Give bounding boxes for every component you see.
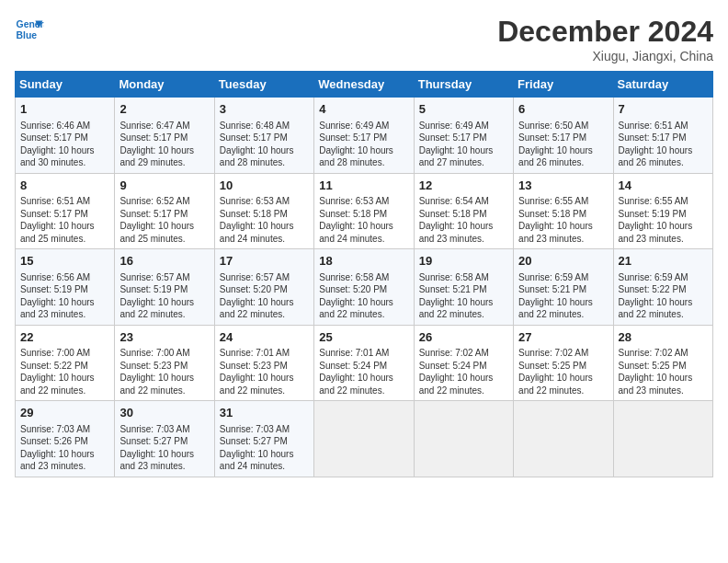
day-info-line: Sunrise: 6:46 AM	[20, 120, 109, 132]
table-row: 13Sunrise: 6:55 AMSunset: 5:18 PMDayligh…	[514, 173, 613, 249]
day-number: 21	[619, 253, 708, 270]
day-info-line: Sunrise: 7:02 AM	[619, 347, 708, 360]
day-info-line: Daylight: 10 hours and 24 minutes.	[220, 448, 309, 473]
table-row: 21Sunrise: 6:59 AMSunset: 5:22 PMDayligh…	[613, 249, 712, 326]
day-info-line: Daylight: 10 hours and 22 minutes.	[419, 372, 508, 396]
col-friday: Friday	[514, 72, 613, 98]
day-info-line: Daylight: 10 hours and 23 minutes.	[20, 296, 109, 321]
day-info-line: Sunrise: 7:00 AM	[119, 347, 209, 360]
day-info-line: Daylight: 10 hours and 22 minutes.	[119, 372, 209, 396]
table-row	[514, 401, 613, 477]
table-row: 3Sunrise: 6:48 AMSunset: 5:17 PMDaylight…	[214, 98, 313, 174]
day-info-line: Sunset: 5:27 PM	[119, 435, 209, 448]
day-info-line: Daylight: 10 hours and 22 minutes.	[20, 372, 109, 396]
day-info-line: Daylight: 10 hours and 29 minutes.	[119, 144, 209, 169]
day-info-line: Sunset: 5:19 PM	[119, 283, 209, 296]
day-info-line: Daylight: 10 hours and 23 minutes.	[119, 448, 209, 473]
day-info-line: Sunrise: 7:03 AM	[20, 423, 109, 436]
col-sunday: Sunday	[16, 72, 115, 98]
calendar-week-row: 1Sunrise: 6:46 AMSunset: 5:17 PMDaylight…	[16, 98, 713, 174]
day-info-line: Sunrise: 6:57 AM	[220, 271, 309, 284]
day-info-line: Sunrise: 6:57 AM	[119, 271, 209, 284]
month-title: December 2024	[497, 15, 713, 49]
table-row: 28Sunrise: 7:02 AMSunset: 5:25 PMDayligh…	[613, 325, 712, 401]
day-info-line: Sunset: 5:22 PM	[619, 283, 708, 296]
table-row: 30Sunrise: 7:03 AMSunset: 5:27 PMDayligh…	[115, 401, 214, 477]
day-info-line: Sunset: 5:19 PM	[619, 208, 708, 221]
day-number: 12	[419, 178, 508, 194]
day-info-line: Sunrise: 6:47 AM	[119, 120, 209, 132]
day-info-line: Sunset: 5:18 PM	[220, 208, 309, 221]
day-number: 3	[220, 101, 309, 118]
day-number: 26	[419, 329, 508, 346]
day-number: 17	[220, 253, 309, 270]
day-info-line: Sunset: 5:17 PM	[119, 132, 209, 144]
day-number: 16	[119, 253, 209, 270]
day-info-line: Sunset: 5:24 PM	[419, 360, 508, 373]
day-number: 28	[619, 329, 708, 346]
day-number: 29	[20, 405, 109, 421]
day-number: 20	[518, 253, 608, 270]
day-info-line: Sunset: 5:17 PM	[220, 132, 309, 144]
table-row: 23Sunrise: 7:00 AMSunset: 5:23 PMDayligh…	[115, 325, 214, 401]
col-monday: Monday	[115, 72, 214, 98]
calendar-body: 1Sunrise: 6:46 AMSunset: 5:17 PMDaylight…	[16, 98, 713, 477]
day-info-line: Daylight: 10 hours and 22 minutes.	[220, 296, 309, 321]
day-info-line: Sunrise: 6:49 AM	[319, 120, 408, 132]
day-info-line: Sunrise: 6:58 AM	[419, 271, 508, 284]
day-info-line: Sunset: 5:20 PM	[220, 283, 309, 296]
day-info-line: Daylight: 10 hours and 25 minutes.	[119, 220, 209, 245]
day-info-line: Sunrise: 6:55 AM	[619, 195, 708, 208]
calendar-header-row: Sunday Monday Tuesday Wednesday Thursday…	[16, 72, 713, 98]
table-row: 12Sunrise: 6:54 AMSunset: 5:18 PMDayligh…	[414, 173, 513, 249]
logo: General Blue	[15, 15, 44, 44]
day-number: 13	[518, 178, 608, 194]
table-row: 27Sunrise: 7:02 AMSunset: 5:25 PMDayligh…	[514, 325, 613, 401]
day-info-line: Sunrise: 6:58 AM	[319, 271, 408, 284]
location-subtitle: Xiugu, Jiangxi, China	[497, 49, 713, 63]
col-tuesday: Tuesday	[214, 72, 313, 98]
logo-icon: General Blue	[15, 15, 44, 44]
table-row: 2Sunrise: 6:47 AMSunset: 5:17 PMDaylight…	[115, 98, 214, 174]
day-number: 18	[319, 253, 408, 270]
day-info-line: Sunrise: 6:52 AM	[119, 195, 209, 208]
day-info-line: Sunrise: 6:56 AM	[20, 271, 109, 284]
day-info-line: Daylight: 10 hours and 25 minutes.	[20, 220, 109, 245]
day-info-line: Sunrise: 6:55 AM	[518, 195, 608, 208]
day-info-line: Sunset: 5:17 PM	[419, 132, 508, 144]
day-info-line: Sunset: 5:17 PM	[20, 208, 109, 221]
day-number: 27	[518, 329, 608, 346]
table-row: 16Sunrise: 6:57 AMSunset: 5:19 PMDayligh…	[115, 249, 214, 326]
day-info-line: Sunset: 5:17 PM	[20, 132, 109, 144]
day-info-line: Sunset: 5:21 PM	[518, 283, 608, 296]
day-info-line: Daylight: 10 hours and 22 minutes.	[518, 296, 608, 321]
table-row: 24Sunrise: 7:01 AMSunset: 5:23 PMDayligh…	[214, 325, 313, 401]
day-info-line: Daylight: 10 hours and 23 minutes.	[419, 220, 508, 245]
day-info-line: Daylight: 10 hours and 28 minutes.	[319, 144, 408, 169]
table-row: 10Sunrise: 6:53 AMSunset: 5:18 PMDayligh…	[214, 173, 313, 249]
day-info-line: Daylight: 10 hours and 26 minutes.	[619, 144, 708, 169]
day-info-line: Sunset: 5:17 PM	[119, 208, 209, 221]
day-info-line: Daylight: 10 hours and 30 minutes.	[20, 144, 109, 169]
table-row: 29Sunrise: 7:03 AMSunset: 5:26 PMDayligh…	[16, 401, 115, 477]
day-number: 8	[20, 178, 109, 194]
day-info-line: Sunset: 5:18 PM	[419, 208, 508, 221]
day-info-line: Daylight: 10 hours and 23 minutes.	[518, 220, 608, 245]
calendar-table: Sunday Monday Tuesday Wednesday Thursday…	[15, 71, 713, 477]
day-info-line: Sunset: 5:17 PM	[619, 132, 708, 144]
day-number: 23	[119, 329, 209, 346]
table-row: 22Sunrise: 7:00 AMSunset: 5:22 PMDayligh…	[16, 325, 115, 401]
table-row: 5Sunrise: 6:49 AMSunset: 5:17 PMDaylight…	[414, 98, 513, 174]
title-block: December 2024 Xiugu, Jiangxi, China	[497, 15, 713, 63]
day-number: 22	[20, 329, 109, 346]
day-info-line: Sunrise: 6:49 AM	[419, 120, 508, 132]
day-number: 30	[119, 405, 209, 421]
table-row: 1Sunrise: 6:46 AMSunset: 5:17 PMDaylight…	[16, 98, 115, 174]
day-info-line: Sunrise: 6:48 AM	[220, 120, 309, 132]
day-info-line: Daylight: 10 hours and 23 minutes.	[619, 372, 708, 396]
day-number: 4	[319, 101, 408, 118]
table-row: 31Sunrise: 7:03 AMSunset: 5:27 PMDayligh…	[214, 401, 313, 477]
table-row: 20Sunrise: 6:59 AMSunset: 5:21 PMDayligh…	[514, 249, 613, 326]
day-info-line: Daylight: 10 hours and 22 minutes.	[619, 296, 708, 321]
day-number: 24	[220, 329, 309, 346]
